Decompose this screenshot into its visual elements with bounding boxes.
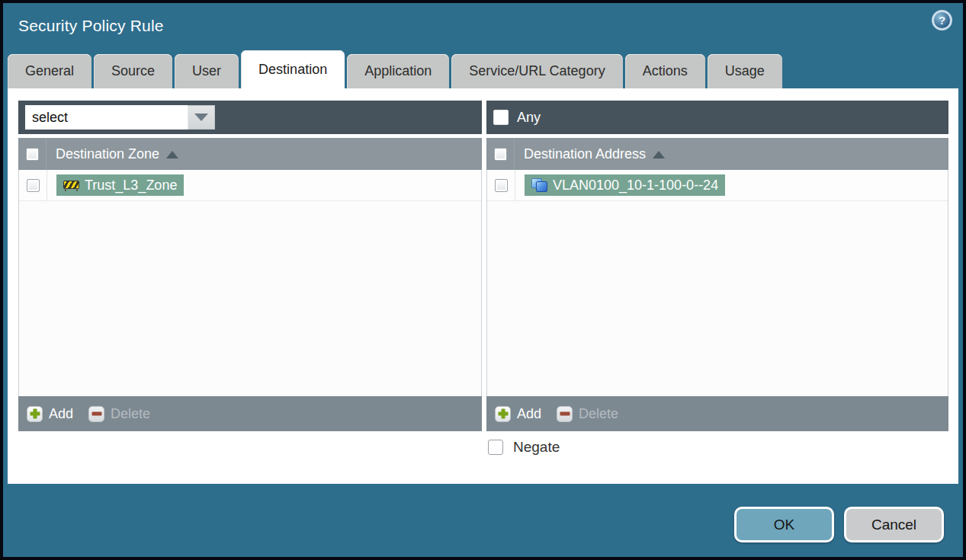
destination-address-column-header[interactable]: Destination Address <box>524 146 646 162</box>
help-icon[interactable]: ? <box>932 10 952 30</box>
ok-button[interactable]: OK <box>734 507 834 542</box>
tab-user[interactable]: User <box>175 54 239 88</box>
tab-source[interactable]: Source <box>94 54 172 88</box>
zone-header-checkbox-cell <box>18 138 47 170</box>
delete-address-button[interactable]: Delete <box>557 406 618 422</box>
add-zone-label: Add <box>49 406 73 422</box>
tab-bar: General Source User Destination Applicat… <box>8 49 958 88</box>
table-row[interactable]: VLAN0100_10-1-100-0--24 <box>487 170 948 201</box>
delete-minus-icon <box>88 406 104 422</box>
select-all-zones-checkbox[interactable] <box>26 148 39 161</box>
zone-footer-bar: Add Delete <box>18 396 482 431</box>
zone-select-input[interactable] <box>25 105 188 130</box>
tab-general[interactable]: General <box>8 54 91 88</box>
dialog-title: Security Policy Rule <box>18 17 164 35</box>
tab-usage[interactable]: Usage <box>708 54 782 88</box>
help-icon-glyph: ? <box>939 14 945 27</box>
add-plus-icon <box>495 406 511 422</box>
delete-zone-label: Delete <box>111 406 150 422</box>
address-toolbar: Any <box>486 101 948 134</box>
address-footer-bar: Add Delete <box>486 396 948 431</box>
zone-table-body: Trust_L3_Zone <box>18 170 482 396</box>
zone-select-dropdown-button[interactable] <box>188 105 215 130</box>
add-zone-button[interactable]: Add <box>27 406 73 422</box>
address-header-checkbox-cell <box>486 138 515 170</box>
tab-application[interactable]: Application <box>347 54 449 88</box>
address-row-checkbox-cell <box>487 170 515 200</box>
any-address-checkbox[interactable] <box>493 110 509 125</box>
tab-actions[interactable]: Actions <box>625 54 705 88</box>
zone-barrier-icon <box>63 180 79 191</box>
address-column-header-row: Destination Address <box>486 138 948 170</box>
zone-label: Trust_L3_Zone <box>85 178 177 194</box>
sort-ascending-icon <box>166 151 178 158</box>
table-row[interactable]: Trust_L3_Zone <box>19 170 481 201</box>
zone-select-combobox[interactable] <box>25 105 215 130</box>
security-policy-rule-dialog: Security Policy Rule ? General Source Us… <box>3 3 963 557</box>
sort-ascending-icon <box>653 151 665 158</box>
delete-zone-button[interactable]: Delete <box>88 406 150 422</box>
negate-option: Negate <box>488 439 560 456</box>
negate-label: Negate <box>513 439 560 456</box>
destination-zone-panel: Destination Zone Trust_L3_Zone Ad <box>18 101 482 431</box>
add-address-label: Add <box>517 406 541 422</box>
address-chip[interactable]: VLAN0100_10-1-100-0--24 <box>525 174 725 196</box>
destination-address-panel: Any Destination Address VLAN0100_10-1-1 <box>486 101 948 431</box>
zone-chip[interactable]: Trust_L3_Zone <box>56 174 184 196</box>
delete-address-label: Delete <box>579 406 618 422</box>
destination-zone-column-header[interactable]: Destination Zone <box>56 146 159 162</box>
cancel-button[interactable]: Cancel <box>844 507 944 542</box>
negate-checkbox[interactable] <box>488 440 503 455</box>
title-bar: Security Policy Rule ? <box>3 3 963 49</box>
delete-minus-icon <box>557 406 573 422</box>
address-label: VLAN0100_10-1-100-0--24 <box>553 178 718 194</box>
zone-row-checkbox-cell <box>19 170 47 200</box>
any-address-label: Any <box>517 110 541 126</box>
tab-destination[interactable]: Destination <box>241 50 345 88</box>
select-all-addresses-checkbox[interactable] <box>494 148 507 161</box>
tab-service-url-category[interactable]: Service/URL Category <box>451 54 622 88</box>
add-plus-icon <box>27 406 43 422</box>
add-address-button[interactable]: Add <box>495 406 541 422</box>
destination-tab-content: Destination Zone Trust_L3_Zone Ad <box>8 88 958 484</box>
chevron-down-icon <box>194 114 208 121</box>
zone-column-header-row: Destination Zone <box>18 138 482 170</box>
zone-row-checkbox[interactable] <box>27 179 40 192</box>
address-row-checkbox[interactable] <box>495 179 508 192</box>
zone-toolbar <box>18 101 482 134</box>
address-table-body: VLAN0100_10-1-100-0--24 <box>486 170 948 396</box>
network-computers-icon <box>531 178 547 192</box>
